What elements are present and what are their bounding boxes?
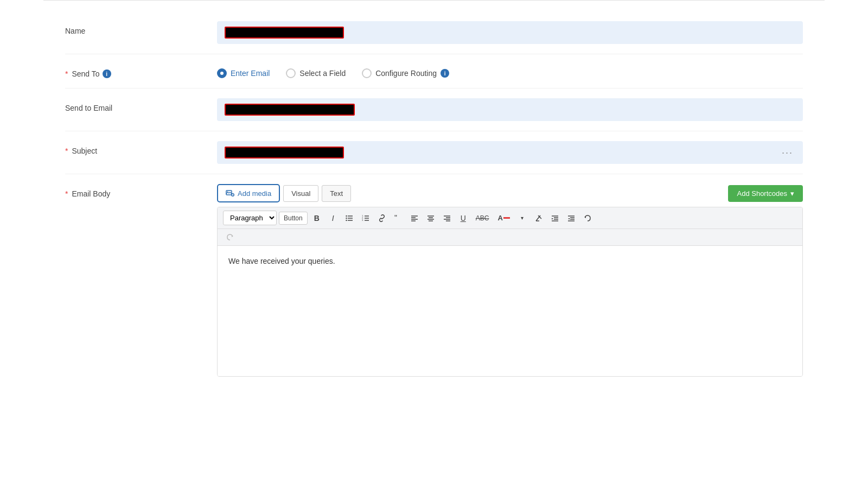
clear-format-icon bbox=[535, 214, 542, 222]
radio-select-field-circle bbox=[286, 68, 296, 78]
name-row: Name bbox=[65, 11, 803, 54]
send-email-wrap bbox=[217, 98, 803, 121]
radio-enter-email-circle bbox=[217, 68, 227, 78]
name-input-wrap bbox=[217, 21, 803, 44]
configure-routing-label: Configure Routing bbox=[375, 69, 437, 78]
subject-field: ··· bbox=[217, 141, 803, 164]
add-shortcodes-label: Add Shortcodes bbox=[737, 189, 787, 198]
subject-wrap: ··· bbox=[217, 141, 803, 164]
align-center-button[interactable] bbox=[424, 212, 438, 224]
paragraph-select[interactable]: Paragraph bbox=[223, 211, 277, 225]
ordered-list-button[interactable]: 1.2.3. bbox=[359, 212, 373, 224]
send-to-email-row: Send to Email bbox=[65, 88, 803, 131]
svg-point-10 bbox=[346, 219, 347, 220]
enter-email-label: Enter Email bbox=[231, 69, 270, 78]
clear-format-button[interactable] bbox=[532, 212, 546, 224]
outdent-button[interactable] bbox=[564, 212, 578, 224]
indent-button[interactable] bbox=[548, 212, 562, 224]
add-media-icon bbox=[226, 189, 234, 198]
subject-label: * Subject bbox=[65, 141, 217, 155]
indent-icon bbox=[551, 214, 559, 222]
align-left-button[interactable] bbox=[407, 212, 422, 224]
outdent-icon bbox=[567, 214, 575, 222]
send-to-label: * Send To i bbox=[65, 64, 217, 78]
email-body-row: * Email Body Add media Visual bbox=[65, 174, 803, 386]
svg-text:": " bbox=[394, 214, 397, 222]
font-color-button[interactable]: A bbox=[494, 212, 513, 224]
ol-icon: 1.2.3. bbox=[362, 214, 369, 222]
underline-button[interactable]: U bbox=[456, 212, 470, 225]
editor-body-text: We have received your queries. bbox=[228, 257, 792, 265]
send-to-label-text: Send To bbox=[72, 69, 99, 78]
name-label-text: Name bbox=[65, 27, 85, 35]
svg-point-9 bbox=[346, 217, 347, 218]
italic-button[interactable]: I bbox=[326, 212, 340, 225]
send-to-email-field bbox=[217, 98, 803, 121]
radio-configure-routing-circle bbox=[362, 68, 372, 78]
email-body-label: * Email Body bbox=[65, 184, 217, 198]
link-icon bbox=[378, 214, 386, 222]
font-color-a-icon: A bbox=[497, 214, 502, 222]
email-body-label-text: Email Body bbox=[72, 189, 110, 198]
send-to-info-icon[interactable]: i bbox=[103, 69, 111, 78]
subject-required-asterisk: * bbox=[65, 147, 68, 155]
send-to-email-label-text: Send to Email bbox=[65, 104, 112, 112]
undo-button[interactable] bbox=[580, 212, 595, 224]
font-color-bar bbox=[503, 217, 510, 219]
email-body-field: Add media Visual Text Add Shortcodes ▾ P… bbox=[217, 184, 803, 377]
svg-text:3.: 3. bbox=[362, 219, 363, 221]
name-label: Name bbox=[65, 21, 217, 35]
font-color-dropdown-button[interactable]: ▾ bbox=[515, 213, 529, 223]
align-center-icon bbox=[427, 214, 435, 222]
form-container: Name * Send To i Enter Email Select a Fi… bbox=[43, 0, 825, 397]
add-media-button[interactable]: Add media bbox=[217, 184, 280, 202]
shortcodes-chevron-icon: ▾ bbox=[790, 189, 794, 198]
align-right-button[interactable] bbox=[440, 212, 454, 224]
editor-container: Paragraph Button B I 1.2.3. " bbox=[217, 207, 803, 377]
add-shortcodes-button[interactable]: Add Shortcodes ▾ bbox=[728, 185, 803, 202]
subject-row: * Subject ··· bbox=[65, 131, 803, 174]
subject-ellipsis-button[interactable]: ··· bbox=[780, 147, 795, 158]
radio-select-field[interactable]: Select a Field bbox=[286, 68, 346, 78]
strikethrough-button[interactable]: ABC bbox=[473, 212, 493, 224]
button-style-btn[interactable]: Button bbox=[279, 212, 308, 225]
editor-toolbar-row2 bbox=[218, 229, 802, 246]
radio-enter-email[interactable]: Enter Email bbox=[217, 68, 270, 78]
redo-icon bbox=[226, 233, 234, 241]
ul-icon bbox=[346, 214, 353, 222]
radio-options-group: Enter Email Select a Field Configure Rou… bbox=[217, 64, 803, 78]
email-body-required-asterisk: * bbox=[65, 189, 68, 198]
subject-input-redacted[interactable] bbox=[225, 147, 344, 158]
radio-configure-routing[interactable]: Configure Routing i bbox=[362, 68, 449, 78]
name-input-redacted[interactable] bbox=[225, 27, 344, 39]
align-right-icon bbox=[443, 214, 451, 222]
unordered-list-button[interactable] bbox=[342, 212, 356, 224]
editor-toolbar: Paragraph Button B I 1.2.3. " bbox=[218, 207, 802, 229]
bold-button[interactable]: B bbox=[310, 212, 324, 225]
visual-tab-button[interactable]: Visual bbox=[283, 185, 318, 202]
configure-routing-info-icon[interactable]: i bbox=[441, 69, 449, 78]
subject-label-text: Subject bbox=[72, 147, 97, 155]
blockquote-button[interactable]: " bbox=[391, 212, 405, 224]
link-button[interactable] bbox=[375, 212, 389, 224]
add-media-label: Add media bbox=[238, 189, 271, 198]
name-field bbox=[217, 21, 803, 44]
undo-icon bbox=[584, 214, 591, 222]
send-to-options-field: Enter Email Select a Field Configure Rou… bbox=[217, 64, 803, 78]
select-field-label: Select a Field bbox=[299, 69, 346, 78]
blockquote-icon: " bbox=[394, 214, 402, 222]
send-to-row: * Send To i Enter Email Select a Field C… bbox=[65, 54, 803, 88]
align-left-icon bbox=[411, 214, 418, 222]
redo-button[interactable] bbox=[223, 231, 237, 243]
editor-body[interactable]: We have received your queries. bbox=[218, 246, 802, 376]
svg-point-8 bbox=[346, 215, 347, 216]
text-tab-button[interactable]: Text bbox=[322, 185, 351, 202]
required-asterisk: * bbox=[65, 69, 68, 78]
send-email-input-redacted[interactable] bbox=[225, 104, 355, 116]
send-to-email-label: Send to Email bbox=[65, 98, 217, 112]
email-body-tools: Add media Visual Text Add Shortcodes ▾ bbox=[217, 184, 803, 202]
